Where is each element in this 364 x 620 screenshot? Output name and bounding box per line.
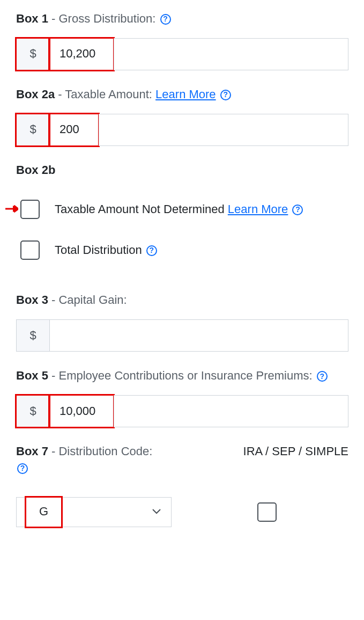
help-icon[interactable]: ? (292, 205, 303, 215)
box1-label: Box 1 - Gross Distribution: ? (16, 11, 348, 27)
taxable-not-determined-label: Taxable Amount Not Determined (55, 202, 228, 216)
box3-label: Box 3 - Capital Gain: (16, 292, 348, 309)
taxable-not-determined-row: Taxable Amount Not Determined Learn More… (20, 200, 348, 219)
currency-prefix: $ (16, 38, 49, 70)
box7-row: Box 7 - Distribution Code: ? IRA / SEP /… (16, 443, 348, 487)
box5-input[interactable] (114, 395, 348, 427)
box7-content: G (16, 497, 348, 527)
ira-sep-simple-label: IRA / SEP / SIMPLE (243, 443, 348, 460)
help-icon[interactable]: ? (17, 463, 28, 474)
learn-more-link[interactable]: Learn More (228, 202, 288, 216)
box2a-input-group: $ 200 (16, 114, 348, 146)
box5-value[interactable]: 10,000 (49, 395, 114, 427)
help-icon[interactable]: ? (220, 90, 231, 100)
ira-sep-simple-checkbox[interactable] (257, 502, 277, 522)
box3-field: Box 3 - Capital Gain: $ (16, 292, 348, 352)
distribution-code-value: G (26, 498, 61, 527)
total-distribution-checkbox[interactable] (20, 240, 40, 260)
currency-prefix: $ (16, 319, 49, 352)
box5-input-group: $ 10,000 (16, 395, 348, 427)
box2a-field: Box 2a - Taxable Amount: Learn More ? $ … (16, 86, 348, 146)
help-icon[interactable]: ? (146, 245, 157, 256)
help-icon[interactable]: ? (160, 14, 171, 25)
box3-input[interactable] (49, 319, 348, 352)
currency-prefix: $ (16, 114, 49, 146)
box2b-label: Box 2b (16, 162, 348, 179)
box5-field: Box 5 - Employee Contributions or Insura… (16, 368, 348, 427)
box7-label: Box 7 - Distribution Code: ? (16, 443, 166, 477)
box2a-value[interactable]: 200 (49, 114, 99, 146)
box1-input[interactable] (114, 38, 348, 70)
arrow-indicator-icon (5, 203, 18, 215)
box1-input-group: $ 10,200 (16, 38, 348, 70)
box2a-label: Box 2a - Taxable Amount: Learn More ? (16, 86, 348, 103)
taxable-not-determined-checkbox[interactable] (20, 200, 40, 219)
chevron-down-icon (152, 505, 161, 519)
currency-prefix: $ (16, 395, 49, 427)
box1-field: Box 1 - Gross Distribution: ? $ 10,200 (16, 11, 348, 70)
total-distribution-row: Total Distribution ? (20, 240, 348, 260)
box3-input-group: $ (16, 319, 348, 352)
total-distribution-label: Total Distribution (55, 243, 145, 257)
box2a-input[interactable] (99, 114, 348, 146)
distribution-code-select[interactable]: G (16, 497, 172, 527)
box5-label: Box 5 - Employee Contributions or Insura… (16, 368, 348, 384)
box1-value[interactable]: 10,200 (49, 38, 114, 70)
learn-more-link[interactable]: Learn More (155, 87, 216, 101)
help-icon[interactable]: ? (317, 371, 328, 382)
